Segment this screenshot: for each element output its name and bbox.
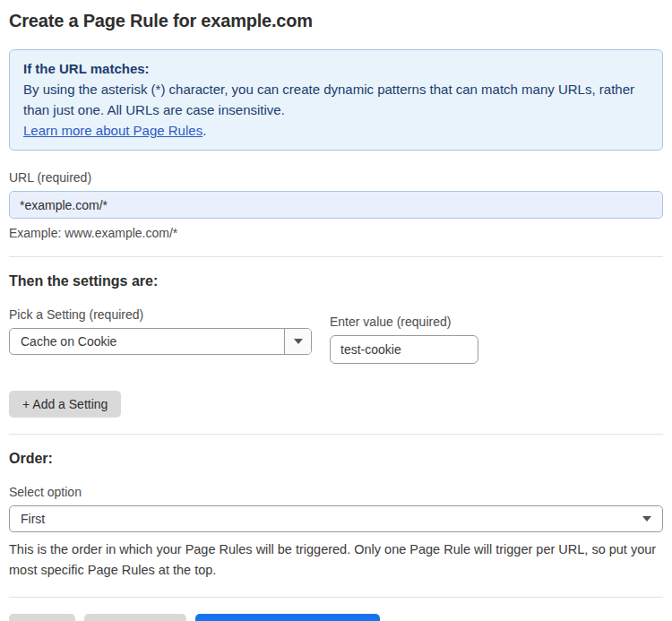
setting-dropdown[interactable]: Cache on Cookie [9,328,312,355]
chevron-down-icon[interactable] [284,329,311,354]
setting-row: Pick a Setting (required) Cache on Cooki… [9,307,663,364]
save-draft-button[interactable]: Save as Draft [84,614,187,621]
order-dropdown-value: First [10,512,45,526]
section-divider [9,256,663,257]
url-example-helper: Example: www.example.com/* [9,226,663,240]
chevron-down-glyph [294,339,303,344]
info-box-heading: If the URL matches: [23,58,649,79]
enter-value-label: Enter value (required) [330,315,478,329]
url-label: URL (required) [9,170,663,185]
pick-setting-label: Pick a Setting (required) [9,307,312,322]
learn-more-link[interactable]: Learn more about Page Rules [23,123,202,138]
url-match-info-box: If the URL matches: By using the asteris… [9,49,663,151]
chevron-down-glyph [642,516,651,522]
url-input[interactable] [9,191,663,219]
order-dropdown[interactable]: First [9,505,663,532]
footer-actions: Cancel Save as Draft Save and Deploy Pag… [9,614,663,621]
page-title: Create a Page Rule for example.com [9,11,663,31]
pick-setting-column: Pick a Setting (required) Cache on Cooki… [9,307,312,355]
order-helper-text: This is the order in which your Page Rul… [9,539,663,581]
page-rule-form: Create a Page Rule for example.com If th… [0,0,672,621]
order-heading: Order: [9,451,663,467]
select-option-label: Select option [9,485,663,499]
chevron-down-icon [642,516,662,522]
section-divider [9,434,663,435]
info-box-link-line: Learn more about Page Rules. [23,120,649,141]
link-period: . [202,123,206,138]
cancel-button[interactable]: Cancel [9,614,75,621]
setting-dropdown-value: Cache on Cookie [10,334,116,349]
info-box-body: By using the asterisk (*) character, you… [23,79,649,120]
setting-value-input[interactable] [330,335,478,364]
enter-value-column: Enter value (required) [330,315,478,364]
add-setting-button[interactable]: + Add a Setting [9,391,121,418]
section-divider [9,597,663,598]
settings-heading: Then the settings are: [9,273,663,289]
save-deploy-button[interactable]: Save and Deploy Page Rule [195,614,380,621]
